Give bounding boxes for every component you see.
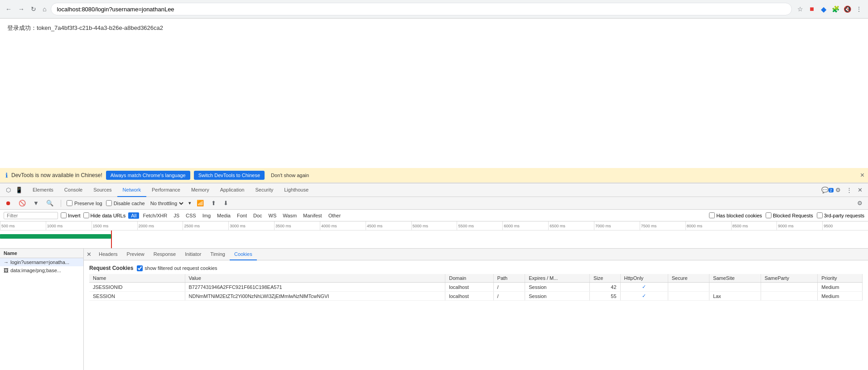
col-httponly[interactable]: HttpOnly — [620, 274, 668, 283]
tab-lighthouse[interactable]: Lighthouse — [279, 183, 314, 197]
col-name[interactable]: Name — [89, 274, 185, 283]
reload-button[interactable]: ↻ — [29, 4, 38, 14]
file-icon-image: 🖼 — [4, 268, 9, 273]
filter-icon[interactable]: ▼ — [31, 199, 41, 207]
invert-checkbox[interactable] — [61, 212, 67, 218]
col-samesite[interactable]: SameSite — [709, 274, 761, 283]
jsessionid-size: 42 — [590, 283, 621, 292]
disable-cache-label[interactable]: Disable cache — [106, 200, 145, 206]
tick-13: 7000 ms — [594, 221, 640, 230]
settings-icon[interactable]: ⚙ — [834, 186, 843, 195]
download-icon[interactable]: ⬇ — [222, 199, 230, 207]
cookie-row-jsessionid[interactable]: JSESSIONID B7277431946A2FFC921F661C198EA… — [89, 283, 863, 292]
extensions-button[interactable]: 🧩 — [830, 4, 841, 14]
search-icon[interactable]: 🔍 — [44, 199, 55, 207]
filter-type-media[interactable]: Media — [214, 212, 233, 219]
col-priority[interactable]: Priority — [818, 274, 863, 283]
show-filtered-label[interactable]: show filtered out request cookies — [137, 265, 217, 271]
timeline-container[interactable]: 500 ms 1000 ms 1500 ms 2000 ms 2500 ms 3… — [0, 221, 868, 249]
detail-tab-timing[interactable]: Timing — [206, 249, 230, 260]
dont-show-again-button[interactable]: Don't show again — [268, 171, 312, 180]
third-party-checkbox[interactable] — [817, 212, 823, 218]
mute-icon[interactable]: 🔇 — [842, 4, 853, 14]
detail-close-button[interactable]: ✕ — [84, 249, 94, 260]
more-options-icon[interactable]: ⋮ — [844, 186, 854, 195]
home-button[interactable]: ⌂ — [41, 4, 48, 14]
forward-button[interactable]: → — [16, 4, 26, 14]
col-sameparty[interactable]: SameParty — [761, 274, 818, 283]
tab-console[interactable]: Console — [59, 183, 88, 197]
info-icon: ℹ — [5, 172, 8, 179]
preserve-log-checkbox[interactable] — [67, 200, 72, 206]
col-path[interactable]: Path — [493, 274, 525, 283]
address-bar[interactable] — [51, 3, 792, 15]
col-size[interactable]: Size — [590, 274, 621, 283]
close-devtools-button[interactable]: ✕ — [855, 186, 864, 195]
file-item-login[interactable]: → login?username=jonatha... — [0, 258, 83, 266]
tick-15: 8000 ms — [685, 221, 731, 230]
cookie-row-session[interactable]: SESSION NDNmMTNiM2EtZTc2Yi00NzNhLWI3ZjEt… — [89, 292, 863, 301]
notification-close-button[interactable]: × — [860, 171, 864, 179]
timeline-green-bar — [0, 234, 111, 239]
star-icon[interactable]: ☆ — [795, 4, 805, 14]
filter-type-fetch[interactable]: Fetch/XHR — [140, 212, 170, 219]
third-party-label[interactable]: 3rd-party requests — [817, 212, 864, 218]
tab-elements[interactable]: Elements — [27, 183, 59, 197]
show-filtered-checkbox[interactable] — [137, 265, 143, 271]
file-item-image[interactable]: 🖼 data:image/png;base... — [0, 266, 83, 274]
col-secure[interactable]: Secure — [668, 274, 709, 283]
col-domain[interactable]: Domain — [445, 274, 493, 283]
switch-to-chinese-button[interactable]: Switch DevTools to Chinese — [194, 171, 265, 180]
menu-icon[interactable]: ⋮ — [854, 4, 864, 14]
detail-tab-initiator[interactable]: Initiator — [180, 249, 206, 260]
hide-data-urls-checkbox[interactable] — [83, 212, 89, 218]
tick-16: 8500 ms — [731, 221, 777, 230]
inspect-element-icon[interactable]: ⬡ — [4, 186, 13, 195]
device-toolbar-icon[interactable]: 📱 — [14, 186, 24, 195]
extension-icon-2[interactable]: ◆ — [818, 4, 829, 14]
filter-type-all[interactable]: All — [128, 212, 139, 219]
filter-type-wasm[interactable]: Wasm — [280, 212, 299, 219]
throttle-select[interactable]: No throttling — [149, 200, 185, 207]
tab-application[interactable]: Application — [215, 183, 250, 197]
has-blocked-cookies-checkbox[interactable] — [709, 212, 715, 218]
detail-tab-cookies[interactable]: Cookies — [230, 249, 257, 260]
devtools-panel: ⬡ 📱 Elements Console Sources Network Per… — [0, 183, 868, 370]
preserve-log-label[interactable]: Preserve log — [67, 200, 102, 206]
filter-input[interactable] — [4, 212, 58, 219]
has-blocked-cookies-label[interactable]: Has blocked cookies — [709, 212, 762, 218]
record-button[interactable]: ⏺ — [4, 199, 13, 207]
filter-type-other[interactable]: Other — [326, 212, 344, 219]
filter-type-manifest[interactable]: Manifest — [300, 212, 325, 219]
blocked-requests-label[interactable]: Blocked Requests — [766, 212, 813, 218]
filter-type-js[interactable]: JS — [171, 212, 182, 219]
tab-network[interactable]: Network — [117, 183, 146, 197]
back-button[interactable]: ← — [4, 4, 14, 14]
blocked-requests-checkbox[interactable] — [766, 212, 772, 218]
extension-icon-1[interactable]: ■ — [806, 4, 817, 14]
wifi-icon[interactable]: 📶 — [195, 199, 206, 207]
filter-type-ws[interactable]: WS — [266, 212, 280, 219]
filter-type-css[interactable]: CSS — [183, 212, 199, 219]
disable-cache-checkbox[interactable] — [106, 200, 112, 206]
col-value[interactable]: Value — [185, 274, 445, 283]
invert-label[interactable]: Invert — [61, 212, 81, 218]
hide-data-urls-label[interactable]: Hide data URLs — [83, 212, 126, 218]
filter-type-img[interactable]: Img — [200, 212, 213, 219]
detail-tab-headers[interactable]: Headers — [94, 249, 122, 260]
filter-type-font[interactable]: Font — [234, 212, 250, 219]
settings-network-icon[interactable]: ⚙ — [855, 199, 864, 207]
always-match-language-button[interactable]: Always match Chrome's language — [106, 171, 190, 180]
tab-sources[interactable]: Sources — [88, 183, 117, 197]
upload-icon[interactable]: ⬆ — [209, 199, 218, 207]
tab-security[interactable]: Security — [250, 183, 279, 197]
detail-tab-response[interactable]: Response — [149, 249, 181, 260]
clear-button[interactable]: 🚫 — [17, 199, 28, 207]
detail-tab-preview[interactable]: Preview — [122, 249, 149, 260]
col-expires[interactable]: Expires / M... — [525, 274, 590, 283]
tab-memory[interactable]: Memory — [186, 183, 215, 197]
tab-performance[interactable]: Performance — [146, 183, 186, 197]
filter-type-doc[interactable]: Doc — [251, 212, 265, 219]
filter-right: Has blocked cookies Blocked Requests 3rd… — [709, 212, 864, 218]
console-badge-button[interactable]: 💬 2 — [823, 186, 832, 195]
